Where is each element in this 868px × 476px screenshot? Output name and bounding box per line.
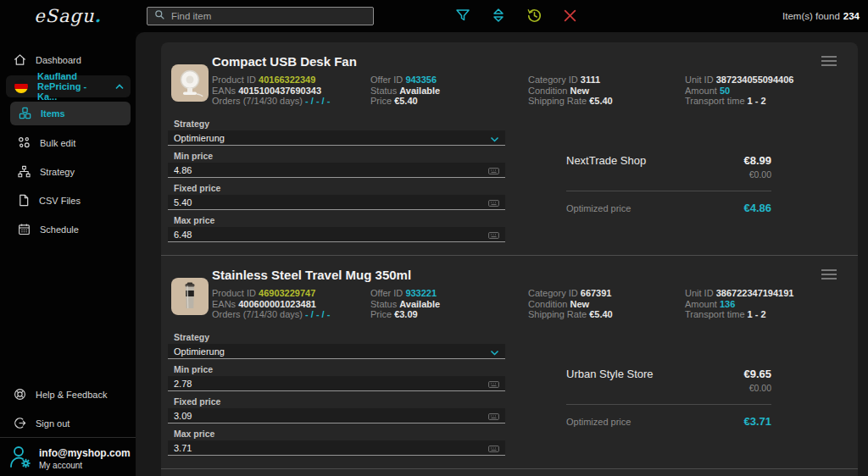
min-price-label: Min price — [174, 151, 505, 161]
sidebar-item-label: Sign out — [36, 418, 70, 429]
sidebar-item-help-feedback[interactable]: Help & Feedback — [0, 384, 136, 406]
meta-column: Product ID 46903229747 EANs 400600001023… — [212, 288, 330, 320]
item-menu-icon[interactable] — [821, 54, 837, 71]
min-price-label: Min price — [174, 364, 505, 374]
home-icon — [14, 53, 26, 68]
account-gear-icon — [8, 444, 32, 473]
esagu-logo: eSagu. — [0, 5, 136, 26]
sidebar-item-label: Dashboard — [36, 55, 81, 65]
strategy-label: Strategy — [174, 119, 505, 129]
sidebar-item-items[interactable]: Items — [10, 102, 131, 125]
sidebar-item-dashboard[interactable]: Dashboard — [0, 49, 136, 71]
item-row: Stainless Steel Travel Mug 350ml Product… — [161, 256, 858, 469]
file-icon — [18, 194, 30, 208]
offer-id-value: 933221 — [405, 288, 437, 298]
max-price-label: Max price — [174, 215, 505, 225]
my-account[interactable]: info@myshop.com My account — [0, 440, 136, 476]
items-found-label: Item(s) found — [782, 11, 840, 21]
sign-out-icon — [14, 417, 26, 431]
condition-value: New — [570, 299, 590, 309]
lifering-icon — [14, 388, 26, 402]
fixed-price-input[interactable] — [174, 411, 462, 421]
orders-value: - / - / - — [305, 309, 330, 319]
strategy-label: Strategy — [174, 332, 505, 342]
german-flag-icon — [14, 80, 28, 93]
product-title: Compact USB Desk Fan — [212, 54, 357, 69]
optimized-price-value: €3.71 — [743, 415, 771, 428]
sidebar-item-label: Items — [41, 108, 65, 119]
competitor-shipping: €0.00 — [566, 383, 771, 393]
keyboard-icon — [488, 195, 499, 210]
cubes-icon — [19, 107, 31, 121]
filter-icon[interactable] — [453, 6, 472, 25]
product-thumbnail — [171, 278, 209, 315]
meta-column: Category ID 3111 Condition New Shipping … — [528, 75, 613, 107]
status-value: Available — [399, 299, 440, 309]
fixed-price-input[interactable] — [174, 197, 462, 208]
keyboard-icon — [488, 163, 499, 178]
strategy-select[interactable]: Optimierung — [168, 344, 505, 359]
competitor-name: NextTrade Shop — [566, 154, 646, 167]
pricing-form: Strategy Optimierung Min price — [168, 332, 505, 461]
transport-time-value: 1 - 2 — [748, 309, 766, 319]
product-id-value: 46903229747 — [259, 288, 315, 298]
unit-id-value: 386722347194191 — [716, 288, 794, 298]
meta-column: Category ID 667391 Condition New Shippin… — [528, 288, 613, 320]
category-id-value: 667391 — [581, 288, 612, 298]
min-price-field — [168, 163, 505, 178]
offer-divider — [566, 191, 771, 191]
fixed-price-field — [168, 408, 505, 423]
meta-column: Offer ID 943356 Status Available Price €… — [370, 75, 440, 107]
calendar-icon — [18, 223, 31, 237]
keyboard-icon — [488, 408, 499, 423]
keyboard-icon — [488, 227, 499, 242]
sidebar-item-strategy[interactable]: Strategy — [0, 161, 136, 183]
shipping-rate-value: €5.40 — [589, 96, 613, 106]
main-panel: Compact USB Desk Fan Product ID 40166322… — [136, 32, 868, 476]
sidebar-item-sign-out[interactable]: Sign out — [0, 412, 136, 434]
chevron-down-icon — [490, 130, 499, 146]
keyboard-icon — [488, 376, 499, 391]
items-found-status: Item(s) found 234 — [782, 0, 860, 32]
min-price-field — [168, 376, 505, 391]
sidebar-item-schedule[interactable]: Schedule — [0, 219, 136, 241]
optimized-price-label: Optimized price — [566, 417, 631, 427]
min-price-input[interactable] — [174, 379, 462, 389]
sidebar-item-label: Schedule — [40, 224, 79, 235]
item-menu-icon[interactable] — [821, 268, 837, 285]
account-label: My account — [39, 461, 131, 470]
chevron-down-icon — [490, 344, 499, 359]
close-icon[interactable] — [560, 6, 579, 25]
sort-icon[interactable] — [489, 6, 508, 25]
history-icon[interactable] — [525, 6, 543, 25]
esagu-app: Item(s) found 234 eSagu. Dashboard Kaufl… — [0, 0, 868, 476]
eans-value: 400600001023481 — [238, 299, 316, 309]
competitor-price: €9.65 — [743, 368, 771, 380]
strategy-select[interactable]: Optimierung — [168, 130, 505, 146]
search-input[interactable] — [171, 11, 366, 21]
meta-column: Unit ID 386722347194191 Amount 136 Trans… — [685, 288, 793, 320]
travel-mug-image — [174, 280, 206, 313]
amount-value: 136 — [720, 299, 735, 309]
sidebar-item-bulk-edit[interactable]: Bulk edit — [0, 132, 136, 154]
competitor-price: €8.99 — [743, 154, 771, 167]
topbar: Item(s) found 234 — [136, 0, 868, 32]
sidebar-item-csv-files[interactable]: CSV Files — [0, 190, 136, 212]
price-value: €5.40 — [394, 96, 418, 106]
sidebar-divider — [0, 437, 136, 438]
competitor-name: Urban Style Store — [566, 368, 654, 380]
shipping-rate-value: €5.40 — [589, 309, 613, 319]
find-item-search[interactable] — [147, 7, 374, 25]
max-price-input[interactable] — [174, 230, 462, 240]
search-icon — [154, 8, 165, 24]
status-value: Available — [399, 86, 440, 96]
sidebar-item-channel[interactable]: Kaufland RePricing - Ka... — [6, 75, 131, 97]
max-price-label: Max price — [174, 429, 505, 439]
fixed-price-label: Fixed price — [174, 183, 505, 193]
max-price-input[interactable] — [174, 443, 462, 453]
items-list-card: Compact USB Desk Fan Product ID 40166322… — [161, 42, 858, 476]
meta-column: Offer ID 933221 Status Available Price €… — [370, 288, 440, 320]
min-price-input[interactable] — [174, 165, 462, 175]
competitor-shipping: €0.00 — [566, 169, 771, 180]
eans-value: 4015100437690343 — [238, 86, 321, 96]
